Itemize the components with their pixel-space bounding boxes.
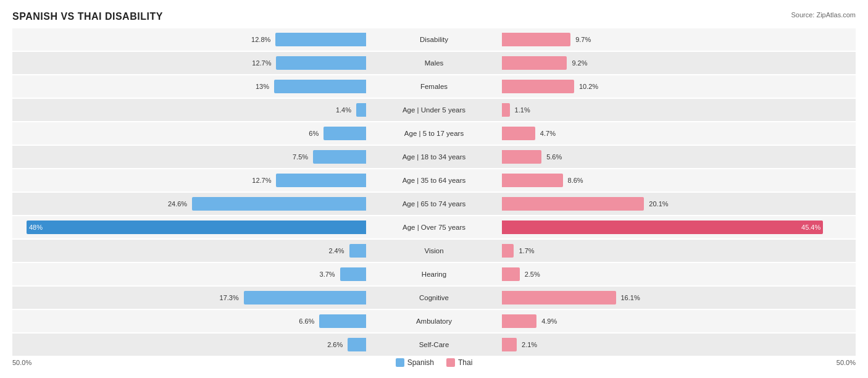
bar-right-value: 9.7% <box>573 36 591 43</box>
right-bar-container: 10.2% <box>502 75 856 98</box>
bars-wrapper: 2.6%Self-Care2.1% <box>12 334 856 356</box>
bars-wrapper: 12.7%Age | 35 to 64 years8.6% <box>12 169 856 191</box>
right-section: 4.7% <box>502 122 856 145</box>
bar-left-value: 17.3% <box>220 294 241 301</box>
bar-left: 12.7% <box>276 56 366 70</box>
right-section: 10.2% <box>502 75 856 98</box>
bar-left-value: 7.5% <box>293 153 311 161</box>
bar-label: Vision <box>366 247 502 254</box>
bars-wrapper: 2.4%Vision1.7% <box>12 240 856 262</box>
bar-label: Hearing <box>366 271 502 278</box>
bar-right: 1.7% <box>502 244 514 258</box>
bar-row: 12.7%Age | 35 to 64 years8.6% <box>12 169 856 191</box>
bar-right: 1.1% <box>502 103 510 117</box>
bars-wrapper: 3.7%Hearing2.5% <box>12 263 856 285</box>
bar-right: 5.6% <box>502 150 541 164</box>
bars-wrapper: 7.5%Age | 18 to 34 years5.6% <box>12 146 856 168</box>
right-bar-container: 4.7% <box>502 122 856 145</box>
right-section: 20.1% <box>502 193 856 215</box>
left-bar-container: 2.4% <box>12 240 366 262</box>
bar-left: 12.8% <box>275 33 366 46</box>
left-bar-container: 17.3% <box>12 287 366 309</box>
right-bar-container: 45.4% <box>502 216 856 238</box>
chart-source: Source: ZipAtlas.com <box>791 11 856 19</box>
bar-row: 24.6%Age | 65 to 74 years20.1% <box>12 193 856 215</box>
bar-right: 4.9% <box>502 314 536 328</box>
bar-right: 2.1% <box>502 338 517 351</box>
right-bar-container: 8.6% <box>502 169 856 191</box>
bar-right-value: 8.6% <box>565 177 583 184</box>
bar-right-value: 45.4% <box>799 224 820 231</box>
axis-right: 50.0% <box>502 359 856 366</box>
left-bar-container: 12.7% <box>12 52 366 74</box>
left-section: 1.4% <box>12 99 366 121</box>
bar-left-value: 13% <box>256 83 272 90</box>
bar-right-value: 1.7% <box>516 247 534 254</box>
bar-right: 9.7% <box>502 33 570 46</box>
axis-row: 50.0% Spanish Thai 50.0% <box>12 358 856 367</box>
chart-area: 12.8%Disability9.7%12.7%Males9.2%13%Fema… <box>12 28 856 356</box>
left-section: 13% <box>12 75 366 98</box>
right-section: 9.2% <box>502 52 856 74</box>
left-section: 48% <box>12 216 366 238</box>
bar-left: 1.4% <box>356 103 366 117</box>
bar-left: 48% <box>27 220 366 234</box>
bar-right-value: 10.2% <box>577 83 598 90</box>
bar-left-value: 1.4% <box>336 106 354 114</box>
bar-left-value: 12.7% <box>252 177 273 184</box>
bar-right: 9.2% <box>502 56 567 70</box>
right-bar-container: 5.6% <box>502 146 856 168</box>
right-bar-container: 20.1% <box>502 193 856 215</box>
bar-right: 20.1% <box>502 197 644 211</box>
bar-right-value: 2.5% <box>522 271 540 278</box>
chart-header: SPANISH VS THAI DISABILITY Source: ZipAt… <box>12 11 856 22</box>
bar-right-value: 5.6% <box>544 153 562 161</box>
right-bar-container: 2.5% <box>502 263 856 285</box>
right-section: 16.1% <box>502 287 856 309</box>
bar-left-value: 12.7% <box>252 59 273 67</box>
bar-left: 2.4% <box>349 244 367 258</box>
left-bar-container: 1.4% <box>12 99 366 121</box>
legend-label-spanish: Spanish <box>407 358 434 367</box>
left-bar-container: 12.7% <box>12 169 366 191</box>
bars-wrapper: 13%Females10.2% <box>12 75 856 98</box>
right-bar-container: 1.7% <box>502 240 856 262</box>
bar-left: 17.3% <box>244 291 366 304</box>
right-section: 8.6% <box>502 169 856 191</box>
bar-row: 6.6%Ambulatory4.9% <box>12 310 856 332</box>
bar-row: 13%Females10.2% <box>12 75 856 98</box>
left-section: 12.8% <box>12 28 366 51</box>
bar-left-value: 48% <box>29 224 45 231</box>
right-bar-container: 9.2% <box>502 52 856 74</box>
right-section: 1.7% <box>502 240 856 262</box>
bars-wrapper: 6.6%Ambulatory4.9% <box>12 310 856 332</box>
bar-label: Females <box>366 83 502 90</box>
left-bar-container: 48% <box>12 216 366 238</box>
bar-label: Self-Care <box>366 341 502 348</box>
bar-label: Age | 35 to 64 years <box>366 177 502 184</box>
bar-right: 45.4% <box>502 220 823 234</box>
axis-left-label: 50.0% <box>12 359 31 366</box>
bar-right: 10.2% <box>502 80 574 93</box>
legend-box-spanish <box>396 358 404 367</box>
bar-row: 48%Age | Over 75 years45.4% <box>12 216 856 238</box>
bar-left: 6% <box>323 127 366 140</box>
left-bar-container: 12.8% <box>12 28 366 51</box>
bar-label: Cognitive <box>366 294 502 301</box>
left-bar-container: 3.7% <box>12 263 366 285</box>
left-section: 7.5% <box>12 146 366 168</box>
bar-right-value: 2.1% <box>519 341 537 348</box>
legend-label-thai: Thai <box>458 358 472 367</box>
axis-right-label: 50.0% <box>837 359 856 366</box>
bar-right: 8.6% <box>502 174 563 187</box>
bar-left-value: 2.4% <box>328 247 346 254</box>
left-section: 17.3% <box>12 287 366 309</box>
bar-right: 2.5% <box>502 267 520 281</box>
bars-wrapper: 24.6%Age | 65 to 74 years20.1% <box>12 193 856 215</box>
right-section: 9.7% <box>502 28 856 51</box>
bars-wrapper: 48%Age | Over 75 years45.4% <box>12 216 856 238</box>
right-section: 45.4% <box>502 216 856 238</box>
bar-right-value: 4.9% <box>539 317 557 325</box>
bar-left-value: 6% <box>309 130 321 137</box>
bar-left: 2.6% <box>348 338 366 351</box>
